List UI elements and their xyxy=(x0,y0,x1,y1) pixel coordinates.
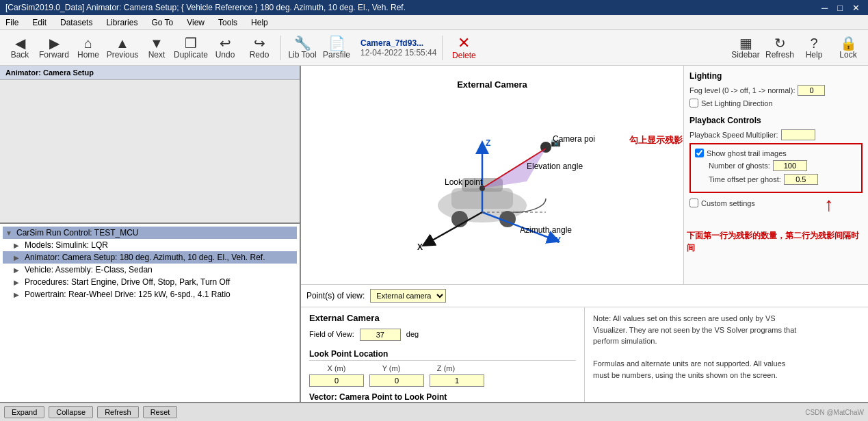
reset-button[interactable]: Reset xyxy=(143,406,178,418)
svg-text:Camera point: Camera point xyxy=(553,134,595,144)
next-label: Next xyxy=(148,50,166,60)
next-icon: ▼ xyxy=(150,36,163,50)
vector-header: Vector: Camera Point to Look Point xyxy=(309,392,576,402)
set-lighting-row: Set Lighting Direction xyxy=(689,99,863,107)
menu-view[interactable]: View xyxy=(184,16,207,29)
refresh-bottom-button[interactable]: Refresh xyxy=(97,406,139,418)
titlebar: [CarSim2019.0_Data] Animator: Camera Set… xyxy=(0,0,868,15)
look-y-input[interactable] xyxy=(369,374,424,387)
fov-unit: deg xyxy=(406,330,419,338)
fog-label: Fog level (0 -> off, 1 -> normal): xyxy=(689,86,795,94)
lib-tool-button[interactable]: 🔧 Lib Tool xyxy=(287,33,318,63)
fov-input[interactable] xyxy=(360,329,401,341)
titlebar-text: [CarSim2019.0_Data] Animator: Camera Set… xyxy=(5,3,406,12)
sidebar-button[interactable]: ▦ Sidebar xyxy=(730,33,761,63)
num-ghosts-input[interactable] xyxy=(773,160,807,171)
fov-label: Field of View: xyxy=(309,330,354,338)
lock-button[interactable]: 🔒 Lock xyxy=(832,33,864,63)
tree-node-procedures[interactable]: ▶ Procedures: Start Engine, Drive Off, S… xyxy=(3,276,297,288)
tree-node-models[interactable]: ▶ Models: Simulink: LQR xyxy=(3,239,297,251)
fog-level-row: Fog level (0 -> off, 1 -> normal): xyxy=(689,85,863,96)
lib-tool-label: Lib Tool xyxy=(288,50,316,60)
pov-select[interactable]: External camera xyxy=(370,289,446,303)
annotation-ghost-detail: 下面第一行为残影的数量，第二行为残影间隔时间 xyxy=(684,227,868,257)
expand-button[interactable]: Expand xyxy=(4,406,44,418)
tree-label-animator: Animator: Camera Setup: 180 deg. Azimuth… xyxy=(25,253,265,262)
watermark: CSDN @MatChaW xyxy=(805,409,864,416)
expander-animator: ▶ xyxy=(14,254,22,261)
speed-input[interactable] xyxy=(781,129,815,140)
expander-powertrain: ▶ xyxy=(14,291,22,298)
close-btn[interactable]: ✕ xyxy=(850,3,863,13)
tree-label-models: Models: Simulink: LQR xyxy=(25,240,108,250)
tree-node-vehicle[interactable]: ▶ Vehicle: Assembly: E-Class, Sedan xyxy=(3,264,297,276)
tree-label-powertrain: Powertrain: Rear-Wheel Drive: 125 kW, 6-… xyxy=(25,290,231,299)
forward-button[interactable]: ▶ Forward xyxy=(38,33,70,63)
menubar: File Edit Datasets Libraries Go To View … xyxy=(0,15,868,30)
look-x-input[interactable] xyxy=(309,374,364,387)
look-z-input[interactable] xyxy=(430,374,484,387)
menu-edit[interactable]: Edit xyxy=(29,16,49,29)
menu-file[interactable]: File xyxy=(3,16,21,29)
delete-icon: ✕ xyxy=(458,36,470,51)
bottom-settings: External Camera Field of View: deg Look … xyxy=(301,307,868,402)
redo-button[interactable]: ↪ Redo xyxy=(244,33,275,63)
minimize-btn[interactable]: ─ xyxy=(819,3,830,13)
delete-button[interactable]: ✕ Delete xyxy=(448,33,479,63)
refresh-label: Refresh xyxy=(765,50,794,60)
annotation-ghost-hint: 勾上显示残影 xyxy=(629,134,739,146)
playback-section: Playback Controls Playback Speed Multipl… xyxy=(689,116,863,207)
undo-button[interactable]: ↩ Undo xyxy=(209,33,241,63)
menu-goto[interactable]: Go To xyxy=(148,16,176,29)
custom-settings-checkbox[interactable] xyxy=(689,199,698,207)
num-ghosts-row: Number of ghosts: xyxy=(695,160,857,171)
set-lighting-checkbox[interactable] xyxy=(689,99,698,107)
menu-tools[interactable]: Tools xyxy=(215,16,240,29)
pov-label: Point(s) of view: xyxy=(306,291,365,301)
menu-help[interactable]: Help xyxy=(248,16,271,29)
separator-1 xyxy=(280,36,281,60)
time-offset-row: Time offset per ghost: xyxy=(695,174,857,185)
note-text: Note: All values set on this screen are … xyxy=(593,313,798,381)
custom-settings-row: Custom settings xyxy=(689,199,863,207)
note-panel: Note: All values set on this screen are … xyxy=(584,307,868,402)
expander-root: ▼ xyxy=(5,229,14,237)
collapse-button[interactable]: Collapse xyxy=(49,406,93,418)
home-button[interactable]: ⌂ Home xyxy=(73,33,104,63)
tree-node-root[interactable]: ▼ CarSim Run Control: TEST_MCU xyxy=(3,227,297,239)
tree-node-powertrain[interactable]: ▶ Powertrain: Rear-Wheel Drive: 125 kW, … xyxy=(3,288,297,301)
time-offset-input[interactable] xyxy=(784,174,818,185)
maximize-btn[interactable]: □ xyxy=(834,3,845,13)
ghost-settings-box: Show ghost trail images Number of ghosts… xyxy=(689,143,863,193)
titlebar-controls[interactable]: ─ □ ✕ xyxy=(819,3,863,13)
parsfile-date: 12-04-2022 15:55:44 xyxy=(360,48,436,58)
separator-2 xyxy=(442,36,443,60)
ghost-checkbox[interactable] xyxy=(695,149,704,157)
home-icon: ⌂ xyxy=(84,36,92,50)
menu-datasets[interactable]: Datasets xyxy=(57,16,95,29)
duplicate-button[interactable]: ❒ Duplicate xyxy=(175,33,207,63)
forward-label: Forward xyxy=(39,50,69,60)
menu-libraries[interactable]: Libraries xyxy=(103,16,140,29)
expander-models: ▶ xyxy=(14,242,22,249)
previous-button[interactable]: ▲ Previous xyxy=(107,33,138,63)
lock-icon: 🔒 xyxy=(840,36,857,50)
back-button[interactable]: ◀ Back xyxy=(4,33,36,63)
parsfile-button[interactable]: 📄 Parsfile xyxy=(321,33,352,63)
refresh-button[interactable]: ↻ Refresh xyxy=(764,33,795,63)
svg-text:Look point: Look point xyxy=(445,177,483,187)
fov-row: Field of View: deg xyxy=(309,329,576,341)
tree-node-animator[interactable]: ▶ Animator: Camera Setup: 180 deg. Azimu… xyxy=(3,251,297,264)
help-label: Help xyxy=(806,50,823,60)
external-camera-title: External Camera xyxy=(309,313,576,323)
x-header: X (m) xyxy=(309,363,364,373)
set-lighting-label: Set Lighting Direction xyxy=(701,99,773,107)
fog-input[interactable] xyxy=(798,85,825,96)
next-button[interactable]: ▼ Next xyxy=(141,33,172,63)
z-header: Z (m) xyxy=(419,363,473,373)
main-layout: Animator: Camera Setup ▼ CarSim Run Cont… xyxy=(0,66,868,402)
diagram-title: External Camera xyxy=(376,79,609,90)
ghost-checkbox-row: Show ghost trail images xyxy=(695,149,857,157)
expander-vehicle: ▶ xyxy=(14,266,22,274)
help-button[interactable]: ? Help xyxy=(798,33,830,63)
